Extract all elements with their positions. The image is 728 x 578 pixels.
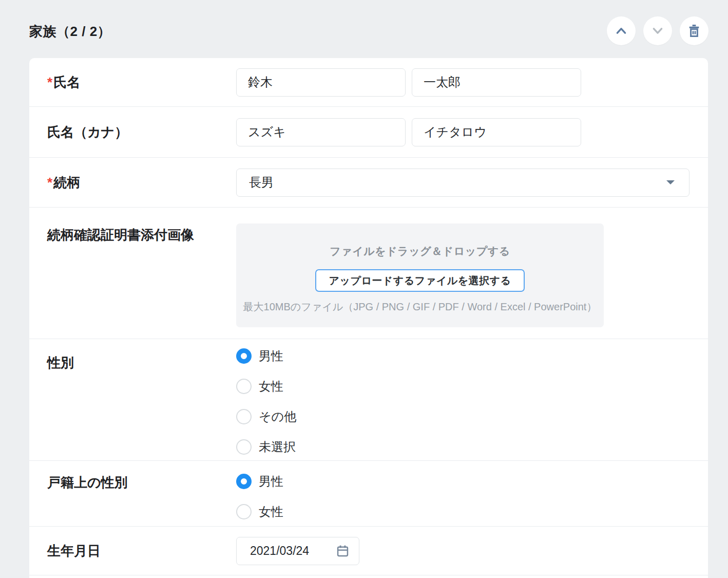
radio-icon <box>236 409 252 424</box>
file-dropzone[interactable]: ファイルをドラッグ＆ドロップする アップロードするファイルを選択する 最大10M… <box>236 223 604 327</box>
relationship-select[interactable]: 長男 <box>236 169 689 197</box>
birth-date-input[interactable]: 2021/03/24 <box>236 537 359 565</box>
last-name-kana-input[interactable] <box>236 118 406 146</box>
field-row-birth-date: 生年月日 2021/03/24 <box>29 527 708 575</box>
field-row-relationship: *続柄 長男 <box>29 158 708 208</box>
chevron-down-icon <box>650 24 665 38</box>
radio-icon <box>236 379 252 394</box>
calendar-icon[interactable] <box>336 544 350 558</box>
move-up-button[interactable] <box>607 16 636 45</box>
required-mark: * <box>47 74 52 90</box>
relationship-selected-value: 長男 <box>249 174 274 191</box>
gender-option-female[interactable]: 女性 <box>236 378 708 395</box>
caret-down-icon <box>666 180 675 185</box>
gender-label: 性別 <box>47 339 236 460</box>
family-form-card: *氏名 氏名（カナ） *続柄 <box>29 58 708 578</box>
field-row-gender: 性別 男性 女性 その他 <box>29 339 708 461</box>
birth-date-value: 2021/03/24 <box>250 544 309 558</box>
gender-option-male[interactable]: 男性 <box>236 348 708 364</box>
radio-icon <box>236 474 252 489</box>
file-hint-text: 最大10MBのファイル（JPG / PNG / GIF / PDF / Word… <box>243 300 597 314</box>
relationship-label: *続柄 <box>47 174 236 191</box>
field-row-name: *氏名 <box>29 58 708 107</box>
delete-button[interactable] <box>680 16 708 45</box>
last-name-input[interactable] <box>236 68 406 97</box>
required-mark: * <box>47 175 52 190</box>
gender-option-other[interactable]: その他 <box>236 408 708 425</box>
radio-icon <box>236 504 252 519</box>
first-name-kana-input[interactable] <box>412 118 581 146</box>
page: 家族（2 / 2） <box>0 0 728 578</box>
trash-icon <box>686 23 702 39</box>
certificate-label: 続柄確認証明書添付画像 <box>47 208 236 339</box>
field-row-name-kana: 氏名（カナ） <box>29 107 708 158</box>
family-register-gender-option-female[interactable]: 女性 <box>236 504 708 520</box>
next-row-cutoff <box>29 575 708 578</box>
radio-icon <box>236 348 252 364</box>
name-kana-label: 氏名（カナ） <box>47 124 236 140</box>
header-buttons <box>607 16 708 45</box>
gender-radio-group: 男性 女性 その他 未選択 <box>236 339 708 455</box>
field-row-family-register-gender: 戸籍上の性別 男性 女性 <box>29 461 708 527</box>
section-header: 家族（2 / 2） <box>0 0 728 58</box>
birth-date-label: 生年月日 <box>47 543 236 559</box>
first-name-input[interactable] <box>412 68 581 97</box>
file-select-button[interactable]: アップロードするファイルを選択する <box>315 269 524 292</box>
move-down-button[interactable] <box>643 16 672 45</box>
radio-icon <box>236 439 252 455</box>
section-title: 家族（2 / 2） <box>29 23 111 41</box>
name-label: *氏名 <box>47 74 236 90</box>
field-row-certificate: 続柄確認証明書添付画像 ファイルをドラッグ＆ドロップする アップロードするファイ… <box>29 208 708 339</box>
chevron-up-icon <box>614 24 628 38</box>
family-register-gender-label: 戸籍上の性別 <box>47 461 236 526</box>
dropzone-text: ファイルをドラッグ＆ドロップする <box>330 244 510 258</box>
family-register-gender-radio-group: 男性 女性 <box>236 461 708 520</box>
gender-option-unselected[interactable]: 未選択 <box>236 439 708 455</box>
family-register-gender-option-male[interactable]: 男性 <box>236 473 708 490</box>
